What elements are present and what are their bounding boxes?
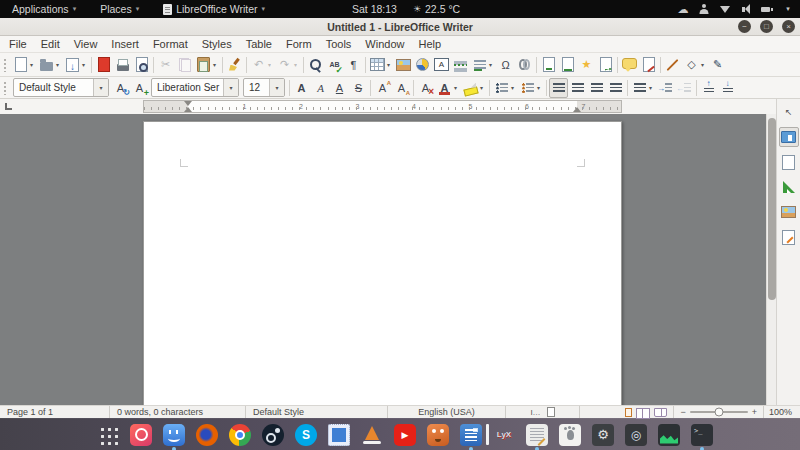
paragraph-style-combo[interactable]: Default Style▾ (13, 78, 109, 97)
dropdown-caret-icon[interactable]: ▾ (80, 61, 87, 68)
dock-app-grid[interactable] (96, 423, 120, 447)
print-button[interactable] (113, 55, 132, 75)
unordered-list-button[interactable]: ▾ (492, 78, 518, 98)
increase-paragraph-spacing-button[interactable] (699, 78, 718, 98)
align-left-button[interactable] (549, 78, 568, 98)
maximize-button[interactable]: □ (760, 20, 773, 33)
tab-stop-selector[interactable] (5, 103, 12, 110)
dropdown-caret-icon[interactable]: ▾ (509, 84, 516, 91)
book-view-button[interactable] (654, 408, 667, 417)
menu-format[interactable]: Format (146, 36, 195, 52)
vertical-scrollbar[interactable] (766, 114, 776, 405)
insert-chart-button[interactable] (413, 55, 432, 75)
zoom-slider-handle[interactable] (714, 408, 723, 417)
print-preview-button[interactable] (132, 55, 151, 75)
zoom-slider-track[interactable] (690, 411, 748, 413)
new-document-button[interactable]: ▾ (11, 55, 37, 75)
subscript-button[interactable]: A (392, 78, 411, 98)
clear-direct-formatting-button[interactable]: A (416, 78, 435, 98)
dock-lyx[interactable]: LyX (492, 423, 516, 447)
menu-table[interactable]: Table (239, 36, 279, 52)
dock-settings[interactable]: ⚙ (591, 423, 615, 447)
new-style-button[interactable]: A (130, 78, 149, 98)
single-page-view-button[interactable] (625, 408, 632, 417)
insert-comment-button[interactable] (620, 55, 639, 75)
insert-text-box-button[interactable] (432, 55, 451, 75)
scrollbar-thumb[interactable] (768, 118, 776, 300)
dropdown-caret-icon[interactable]: ▾ (269, 79, 284, 96)
ordered-list-button[interactable]: ▾ (518, 78, 544, 98)
font-name-combo[interactable]: Liberation Ser▾ (151, 78, 239, 97)
dropdown-caret-icon[interactable]: ▾ (535, 84, 542, 91)
dropdown-caret-icon[interactable]: ▾ (292, 61, 299, 68)
titlebar[interactable]: Untitled 1 - LibreOffice Writer −□× (0, 18, 800, 36)
menu-form[interactable]: Form (279, 36, 319, 52)
toolbar-grip[interactable] (2, 57, 9, 72)
clone-formatting-button[interactable] (225, 55, 244, 75)
superscript-button[interactable]: A (373, 78, 392, 98)
document-page[interactable] (143, 121, 622, 405)
toolbar-grip[interactable] (2, 80, 9, 95)
multi-page-view-button[interactable] (636, 408, 650, 417)
dock-text-editor[interactable] (525, 423, 549, 447)
menu-edit[interactable]: Edit (34, 36, 67, 52)
update-style-button[interactable]: A (111, 78, 130, 98)
decrease-paragraph-spacing-button[interactable] (718, 78, 737, 98)
insert-hyperlink-button[interactable] (515, 55, 534, 75)
underline-button[interactable]: A (330, 78, 349, 98)
line-spacing-button[interactable]: ▾ (630, 78, 656, 98)
dock-screenshot-tool[interactable] (129, 423, 153, 447)
basic-shapes-button[interactable]: ◇▾ (682, 55, 708, 75)
insert-footnote-button[interactable] (539, 55, 558, 75)
dock-skype[interactable]: S (294, 423, 318, 447)
dropdown-caret-icon[interactable]: ▾ (385, 61, 392, 68)
dropdown-caret-icon[interactable]: ▾ (452, 84, 459, 91)
battery-icon[interactable] (761, 3, 773, 15)
formatting-marks-button[interactable]: ¶ (344, 55, 363, 75)
bold-button[interactable]: A (292, 78, 311, 98)
page-deck-button[interactable] (779, 152, 799, 172)
page-indicator[interactable]: Page 1 of 1 (0, 406, 110, 418)
dock-youtube[interactable]: ▶ (393, 423, 417, 447)
strikethrough-button[interactable]: S (349, 78, 368, 98)
word-count[interactable]: 0 words, 0 characters (110, 406, 246, 418)
menu-view[interactable]: View (67, 36, 105, 52)
track-changes-button[interactable] (639, 55, 658, 75)
clock[interactable]: Sat 18:13 (352, 3, 397, 15)
left-indent-marker[interactable] (184, 107, 192, 112)
font-size-combo[interactable]: 12▾ (243, 78, 285, 97)
properties-deck-button[interactable] (779, 127, 799, 147)
right-indent-marker[interactable] (573, 107, 581, 112)
dropdown-caret-icon[interactable]: ▾ (211, 61, 218, 68)
dock-steam[interactable] (261, 423, 285, 447)
volume-icon[interactable] (740, 3, 752, 15)
navigator-deck-button[interactable] (779, 227, 799, 247)
export-as-pdf-button[interactable] (94, 55, 113, 75)
active-app-menu[interactable]: LibreOffice Writer ▾ (151, 0, 277, 18)
dock-file-manager[interactable] (162, 423, 186, 447)
save-button[interactable]: ▾ (63, 55, 89, 75)
insert-field-button[interactable]: ▾ (470, 55, 496, 75)
weather-widget[interactable]: ☀ 22.5 °C (413, 3, 460, 15)
dropdown-caret-icon[interactable]: ▾ (487, 61, 494, 68)
zoom-level[interactable]: 100% (764, 406, 800, 418)
find-and-replace-button[interactable] (306, 55, 325, 75)
align-right-button[interactable] (587, 78, 606, 98)
close-button[interactable]: × (782, 20, 795, 33)
menu-styles[interactable]: Styles (195, 36, 239, 52)
dock-media-player[interactable]: ◎ (624, 423, 648, 447)
justified-button[interactable] (606, 78, 625, 98)
dropdown-caret-icon[interactable]: ▾ (266, 61, 273, 68)
wifi-icon[interactable] (719, 3, 731, 15)
font-color-button[interactable]: A▾ (435, 78, 461, 98)
dock-system-monitor[interactable] (657, 423, 681, 447)
menu-file[interactable]: File (2, 36, 34, 52)
show-draw-functions-button[interactable]: ✎ (708, 55, 727, 75)
insert-image-button[interactable] (394, 55, 413, 75)
user-icon[interactable] (698, 3, 710, 15)
page-style[interactable]: Default Style (246, 406, 388, 418)
dropdown-caret-icon[interactable]: ▾ (223, 79, 238, 96)
dropdown-caret-icon[interactable]: ▾ (93, 79, 108, 96)
dock-vlc[interactable] (360, 423, 384, 447)
document-modified-icon[interactable] (547, 407, 555, 417)
